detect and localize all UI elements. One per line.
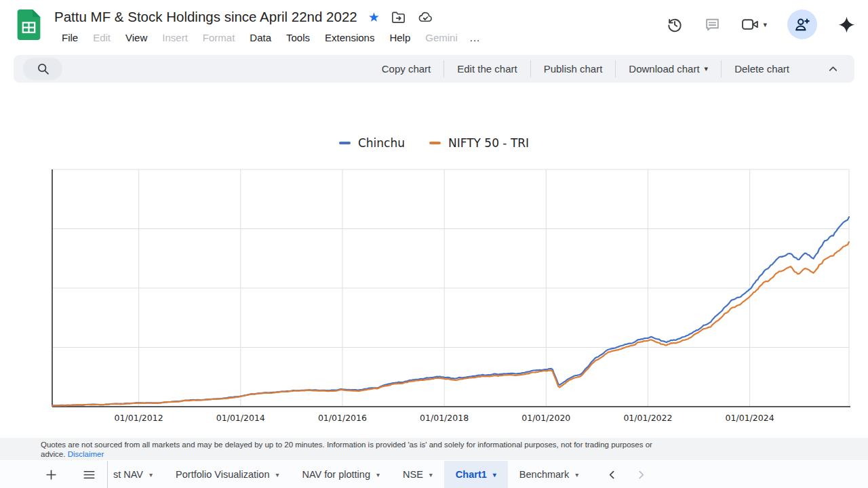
scroll-tabs-right-button[interactable] — [635, 469, 647, 481]
camera-dropdown-caret-icon[interactable]: ▾ — [763, 21, 767, 28]
scroll-tabs-left-button[interactable] — [606, 469, 618, 481]
tab-caret-icon[interactable]: ▾ — [575, 471, 578, 479]
header-actions: ▾ — [666, 8, 856, 41]
menu-edit: Edit — [85, 30, 118, 45]
sheet-tab-portfolio-visualization[interactable]: Portfolio Visualization▾ — [164, 461, 290, 488]
menu-format: Format — [195, 30, 243, 45]
comments-icon — [704, 16, 721, 33]
collapse-toolbar-button[interactable] — [827, 62, 840, 75]
tab-caret-icon[interactable]: ▾ — [429, 471, 433, 479]
sheetbar-left — [0, 461, 98, 488]
line-chart-plot[interactable]: 01/01/201201/01/201401/01/201601/01/2018… — [0, 83, 868, 438]
hamburger-icon — [83, 469, 96, 481]
menu-data[interactable]: Data — [242, 30, 279, 45]
title-row: Pattu MF & Stock Holdings since April 22… — [54, 9, 434, 25]
svg-text:01/01/2020: 01/01/2020 — [521, 413, 570, 423]
tab-scroll-nav — [606, 461, 647, 488]
menu-insert: Insert — [155, 30, 195, 45]
chevron-left-icon — [606, 469, 618, 481]
sheet-tab-nav-for-plotting[interactable]: NAV for plotting▾ — [290, 461, 391, 488]
menu-help[interactable]: Help — [382, 30, 418, 45]
app-header: Pattu MF & Stock Holdings since April 22… — [0, 0, 868, 54]
chevron-right-icon — [635, 469, 647, 481]
disclaimer-line2: advice. Disclaimer — [41, 449, 861, 459]
svg-text:01/01/2014: 01/01/2014 — [216, 413, 265, 423]
all-sheets-button[interactable] — [80, 466, 98, 483]
share-button[interactable] — [787, 9, 817, 39]
sheet-tab-bar: st NAV▾ Portfolio Visualization▾ NAV for… — [0, 461, 868, 488]
quotes-disclaimer: Quotes are not sourced from all markets … — [0, 438, 868, 460]
spreadsheet-app: Pattu MF & Stock Holdings since April 22… — [0, 0, 868, 488]
version-history-icon[interactable] — [666, 16, 684, 33]
chart-actions: Copy chart Edit the chart Publish chart … — [369, 58, 802, 79]
chart-toolbar: Copy chart Edit the chart Publish chart … — [14, 55, 854, 83]
sheet-tab-chart1[interactable]: Chart1▾ — [444, 461, 508, 488]
move-folder-icon[interactable] — [391, 9, 406, 25]
menu-file[interactable]: File — [54, 30, 85, 45]
sheet-tab-benchmark[interactable]: Benchmark▾ — [508, 461, 590, 488]
download-chart-button[interactable]: Download chart ▾ — [616, 58, 721, 79]
menu-view[interactable]: View — [118, 30, 155, 45]
gemini-sparkle-icon[interactable] — [837, 16, 856, 34]
sheets-logo-icon[interactable] — [17, 9, 41, 40]
sheet-tab-nse[interactable]: NSE▾ — [391, 461, 444, 488]
publish-chart-button[interactable]: Publish chart — [531, 58, 616, 79]
menu-bar: File Edit View Insert Format Data Tools … — [54, 28, 485, 46]
copy-chart-button[interactable]: Copy chart — [369, 58, 444, 79]
svg-text:01/01/2016: 01/01/2016 — [318, 413, 367, 423]
search-button[interactable] — [23, 58, 62, 80]
sheet-tab-st-nav[interactable]: st NAV▾ — [107, 461, 164, 488]
menu-more[interactable]: ... — [465, 30, 486, 45]
tab-caret-icon[interactable]: ▾ — [149, 471, 153, 479]
cloud-saved-icon[interactable] — [417, 9, 434, 25]
disclaimer-line1: Quotes are not sourced from all markets … — [41, 440, 861, 449]
disclaimer-link[interactable]: Disclaimer — [68, 450, 104, 458]
document-title[interactable]: Pattu MF & Stock Holdings since April 22… — [54, 9, 357, 25]
svg-text:01/01/2018: 01/01/2018 — [420, 413, 469, 423]
add-person-icon — [793, 16, 811, 33]
tab-caret-icon[interactable]: ▾ — [493, 471, 496, 479]
sheet-tabs: st NAV▾ Portfolio Visualization▾ NAV for… — [107, 461, 590, 488]
delete-chart-button[interactable]: Delete chart — [722, 58, 802, 79]
search-icon — [36, 62, 50, 76]
chart-area[interactable]: Chinchu NIFTY 50 - TRI 01/01/201201/01/2… — [0, 83, 868, 438]
meet-camera-button[interactable]: ▾ — [741, 16, 767, 33]
svg-text:01/01/2012: 01/01/2012 — [115, 413, 163, 423]
star-icon[interactable]: ★ — [368, 11, 380, 24]
plus-icon — [45, 468, 58, 481]
tab-caret-icon[interactable]: ▾ — [376, 471, 380, 479]
chevron-up-icon — [827, 62, 840, 75]
menu-tools[interactable]: Tools — [279, 30, 317, 45]
tab-caret-icon[interactable]: ▾ — [275, 471, 279, 479]
download-caret-icon: ▾ — [705, 65, 709, 73]
edit-the-chart-button[interactable]: Edit the chart — [444, 58, 530, 79]
menu-gemini: Gemini — [418, 30, 465, 45]
add-sheet-button[interactable] — [42, 466, 60, 483]
menu-extensions[interactable]: Extensions — [317, 30, 382, 45]
svg-text:01/01/2022: 01/01/2022 — [623, 413, 672, 423]
svg-text:01/01/2024: 01/01/2024 — [726, 413, 774, 423]
